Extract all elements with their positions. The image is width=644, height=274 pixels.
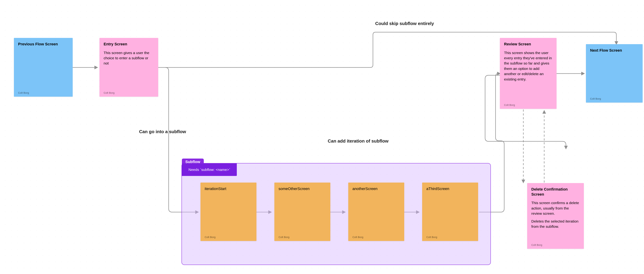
label-add-iteration: Can add iteration of subflow	[328, 138, 388, 144]
card-next-flow-screen[interactable]: Next Flow Screen Colt Borg	[586, 44, 642, 102]
card-some-other-screen[interactable]: someOtherScreen Colt Borg	[274, 182, 330, 241]
card-review-screen[interactable]: Review Screen This screen shows the user…	[500, 38, 556, 109]
card-entry-screen[interactable]: Entry Screen This screen gives a user th…	[100, 38, 158, 97]
label-skip-subflow: Could skip subflow entirely	[375, 21, 434, 26]
card-title: Previous Flow Screen	[18, 42, 68, 47]
card-title: anotherScreen	[352, 186, 400, 192]
card-title: aThirdScreen	[426, 186, 474, 192]
card-author: Colt Borg	[426, 236, 437, 238]
card-title: Delete Confirmation Screen	[531, 187, 580, 197]
card-body: This screen gives a user the choice to e…	[104, 50, 154, 66]
card-a-third-screen[interactable]: aThirdScreen Colt Borg	[422, 182, 478, 241]
diagram-canvas[interactable]: Could skip subflow entirely Can go into …	[0, 0, 644, 274]
card-author: Colt Borg	[278, 236, 290, 238]
card-author: Colt Borg	[504, 104, 515, 106]
card-author: Colt Borg	[590, 97, 601, 100]
card-body: This screen shows the user every entry t…	[504, 50, 552, 82]
card-title: someOtherScreen	[278, 186, 326, 192]
card-title: iterationStart	[205, 186, 252, 192]
card-author: Colt Borg	[18, 91, 29, 94]
card-body-2: Deletes the selected iteration from the …	[531, 219, 580, 229]
card-body: This screen confirms a delete action, us…	[531, 200, 580, 216]
label-go-into-subflow: Can go into a subflow	[139, 129, 186, 134]
subflow-note: Needs `subflow: <name>`	[182, 164, 237, 176]
card-author: Colt Borg	[205, 236, 216, 238]
card-iteration-start[interactable]: iterationStart Colt Borg	[200, 182, 256, 241]
card-title: Next Flow Screen	[590, 48, 638, 53]
card-title: Review Screen	[504, 42, 552, 47]
card-author: Colt Borg	[531, 244, 542, 246]
card-author: Colt Borg	[352, 236, 364, 238]
card-previous-flow-screen[interactable]: Previous Flow Screen Colt Borg	[14, 38, 73, 97]
card-author: Colt Borg	[104, 91, 114, 94]
card-delete-confirmation-screen[interactable]: Delete Confirmation Screen This screen c…	[527, 183, 584, 249]
card-another-screen[interactable]: anotherScreen Colt Borg	[348, 182, 404, 241]
card-title: Entry Screen	[104, 42, 154, 47]
